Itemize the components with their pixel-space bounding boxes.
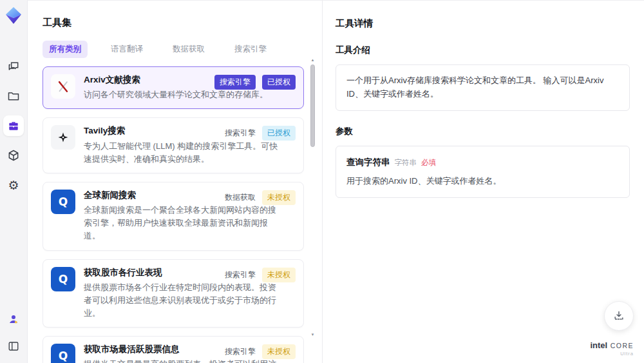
chat-icon	[7, 60, 20, 73]
tool-list: Arxiv文献搜索 访问各个研究领域大量科学论文和文章的存储库。 搜索引擎 已授…	[43, 66, 304, 363]
intro-box: 一个用于从Arxiv存储库搜索科学论文和文章的工具。 输入可以是Arxiv ID…	[336, 64, 630, 111]
param-type: 字符串	[395, 157, 417, 168]
auth-status-badge: 未授权	[262, 268, 296, 282]
detail-title: 工具详情	[336, 17, 630, 30]
page-title: 工具集	[43, 17, 322, 29]
intro-heading: 工具介绍	[336, 44, 630, 56]
tab-data-fetch[interactable]: 数据获取	[166, 41, 211, 58]
stock-tool-logo-icon: Q	[51, 344, 75, 363]
auth-status-badge: 未授权	[262, 344, 296, 359]
category-label: 搜索引擎	[225, 346, 256, 357]
tab-language-translation[interactable]: 语言翻译	[104, 41, 149, 58]
category-label: 搜索引擎	[225, 270, 256, 280]
tab-search-engine[interactable]: 搜索引擎	[228, 41, 273, 58]
tool-description: 专为人工智能代理 (LLM) 构建的搜索引擎工具。可快速提供实时、准确和真实的结…	[84, 140, 281, 166]
download-icon	[612, 309, 625, 322]
tool-card-tavily[interactable]: Tavily搜索 专为人工智能代理 (LLM) 构建的搜索引擎工具。可快速提供实…	[43, 117, 304, 173]
param-required-flag: 必填	[421, 157, 436, 168]
panel-toggle-icon	[8, 340, 19, 352]
intel-core-logo: intel CORE Ultra	[590, 339, 634, 357]
category-label: 数据获取	[225, 192, 256, 203]
tavily-star-icon	[51, 125, 75, 150]
stock-tool-logo-icon: Q	[51, 267, 75, 291]
collapse-panel-button[interactable]	[3, 336, 24, 357]
params-heading: 参数	[336, 126, 630, 137]
sidebar-item-tools[interactable]	[3, 115, 24, 136]
sidebar-item-packages[interactable]	[3, 145, 24, 166]
auth-status-badge: 未授权	[262, 190, 296, 205]
tool-description: 全球新闻搜索是一个聚合全球各大新闻网站内容的搜索引擎，帮助用户快速获取全球最新资…	[84, 204, 281, 242]
arxiv-logo-icon	[51, 74, 75, 99]
param-description: 用于搜索的Arxiv ID、关键字或作者姓名。	[346, 175, 619, 188]
scrollbar-thumb[interactable]	[310, 64, 315, 147]
tool-card-global-news[interactable]: Q 全球新闻搜索 全球新闻搜索是一个聚合全球各大新闻网站内容的搜索引擎，帮助用户…	[43, 182, 304, 251]
tool-description: 访问各个研究领域大量科学论文和文章的存储库。	[84, 88, 268, 101]
tool-card-stock-sectors[interactable]: Q 获取股市各行业表现 提供股票市场各个行业在特定时间段内的表现。投资者可以利用…	[43, 259, 304, 328]
sidebar-item-chat[interactable]	[3, 56, 24, 77]
user-avatar[interactable]	[3, 309, 24, 329]
scroll-up-arrow-icon[interactable]: ▲	[310, 57, 316, 63]
scroll-down-arrow-icon[interactable]: ▼	[310, 332, 316, 337]
tool-detail-panel: 工具详情 工具介绍 一个用于从Arxiv存储库搜索科学论文和文章的工具。 输入可…	[322, 0, 644, 363]
scrollbar: ▲ ▼	[310, 57, 316, 337]
gear-icon: ⚙	[8, 179, 19, 191]
category-badge: 搜索引擎	[214, 75, 256, 90]
news-search-logo-icon: Q	[51, 190, 75, 214]
tool-list-panel: 工具集 所有类别 语言翻译 数据获取 搜索引擎 Arxiv文献搜索 访问各个研究…	[27, 0, 322, 363]
download-button[interactable]	[604, 301, 634, 331]
sidebar: ⚙	[0, 0, 28, 363]
auth-status-badge: 已授权	[262, 75, 296, 90]
tab-all-categories[interactable]: 所有类别	[43, 41, 88, 58]
category-label: 搜索引擎	[225, 128, 256, 139]
tool-card-arxiv[interactable]: Arxiv文献搜索 访问各个研究领域大量科学论文和文章的存储库。 搜索引擎 已授…	[43, 66, 304, 109]
briefcase-icon	[7, 119, 20, 132]
category-tabs: 所有类别 语言翻译 数据获取 搜索引擎	[43, 41, 322, 58]
auth-status-badge: 已授权	[262, 126, 296, 141]
person-icon	[8, 313, 19, 325]
param-name: 查询字符串	[346, 155, 390, 170]
folder-icon	[7, 90, 20, 103]
tool-card-active-stocks[interactable]: Q 获取市场最活跃股票信息 提供当天交易量最高的股票列表，投资者可以利用这些信息…	[43, 336, 304, 363]
sidebar-item-files[interactable]	[3, 86, 24, 106]
sidebar-nav: ⚙	[3, 56, 24, 195]
param-box: 查询字符串 字符串 必填 用于搜索的Arxiv ID、关键字或作者姓名。	[336, 146, 630, 198]
sidebar-item-settings[interactable]: ⚙	[3, 175, 24, 195]
app-logo-icon	[4, 6, 23, 25]
cube-icon	[7, 149, 20, 162]
tool-description: 提供股票市场各个行业在特定时间段内的表现。投资者可以利用这些信息来识别表现优于或…	[84, 281, 281, 320]
